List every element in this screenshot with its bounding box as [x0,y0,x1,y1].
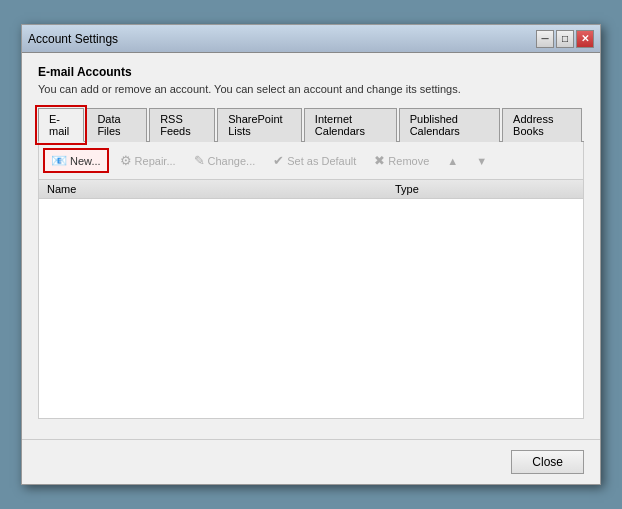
type-column-header: Type [395,183,575,195]
maximize-button[interactable]: □ [556,30,574,48]
dialog-title: Account Settings [28,32,118,46]
close-title-button[interactable]: ✕ [576,30,594,48]
up-arrow-icon: ▲ [447,155,458,167]
tab-internet-calendars[interactable]: Internet Calendars [304,108,397,142]
set-default-button[interactable]: ✔ Set as Default [266,149,363,172]
tab-data-files[interactable]: Data Files [86,108,147,142]
new-button[interactable]: 📧 New... [43,148,109,173]
toolbar: 📧 New... ⚙ Repair... ✎ Change... ✔ Set a… [38,142,584,180]
close-button[interactable]: Close [511,450,584,474]
set-default-button-label: Set as Default [287,155,356,167]
down-arrow-icon: ▼ [476,155,487,167]
title-bar-buttons: ─ □ ✕ [536,30,594,48]
remove-button[interactable]: ✖ Remove [367,149,436,172]
account-settings-dialog: Account Settings ─ □ ✕ E-mail Accounts Y… [21,24,601,485]
set-default-icon: ✔ [273,153,284,168]
tab-published-calendars[interactable]: Published Calendars [399,108,500,142]
move-up-button[interactable]: ▲ [440,151,465,171]
tab-email[interactable]: E-mail [38,108,84,142]
tab-sharepoint-lists[interactable]: SharePoint Lists [217,108,302,142]
change-button[interactable]: ✎ Change... [187,149,263,172]
new-icon: 📧 [51,153,67,168]
dialog-content: E-mail Accounts You can add or remove an… [22,53,600,431]
change-button-label: Change... [208,155,256,167]
section-description: You can add or remove an account. You ca… [38,83,584,95]
new-button-label: New... [70,155,101,167]
remove-icon: ✖ [374,153,385,168]
remove-button-label: Remove [388,155,429,167]
name-column-header: Name [47,183,395,195]
repair-button[interactable]: ⚙ Repair... [113,149,183,172]
repair-icon: ⚙ [120,153,132,168]
tab-address-books[interactable]: Address Books [502,108,582,142]
section-title: E-mail Accounts [38,65,584,79]
change-icon: ✎ [194,153,205,168]
title-bar: Account Settings ─ □ ✕ [22,25,600,53]
tabs-container: E-mail Data Files RSS Feeds SharePoint L… [38,107,584,142]
move-down-button[interactable]: ▼ [469,151,494,171]
minimize-button[interactable]: ─ [536,30,554,48]
dialog-footer: Close [22,439,600,484]
repair-button-label: Repair... [135,155,176,167]
tab-rss-feeds[interactable]: RSS Feeds [149,108,215,142]
accounts-table-body [38,199,584,419]
table-header: Name Type [38,180,584,199]
